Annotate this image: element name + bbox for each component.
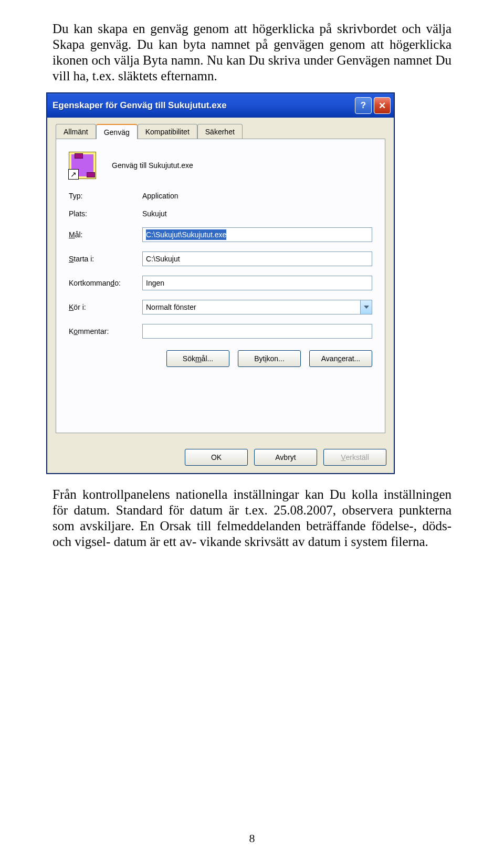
window-title: Egenskaper för Genväg till Sukujutut.exe (52, 100, 353, 111)
verkstall-button[interactable]: Verkställ (323, 449, 386, 466)
properties-dialog: Egenskaper för Genväg till Sukujutut.exe… (46, 92, 395, 474)
tab-sakerhet[interactable]: Säkerhet (197, 124, 243, 139)
label-kommentar: Kommentar: (69, 327, 142, 335)
value-typ: Application (142, 192, 372, 200)
tab-genvag[interactable]: Genväg (96, 124, 138, 139)
tab-kompatibilitet[interactable]: Kompatibilitet (138, 124, 197, 139)
ok-button[interactable]: OK (185, 449, 248, 466)
input-mal[interactable]: C:\Sukujut\Sukujutut.exe (142, 227, 372, 242)
app-icon: ↗ (69, 152, 96, 179)
label-mal: Mål: (69, 230, 142, 239)
label-typ: Typ: (69, 192, 142, 200)
tab-strip: Allmänt Genväg Kompatibilitet Säkerhet (56, 124, 385, 139)
help-button[interactable]: ? (355, 97, 372, 114)
value-plats: Sukujut (142, 209, 372, 218)
shortcut-arrow-icon: ↗ (68, 169, 79, 180)
form-grid: Typ: Application Plats: Sukujut Mål: C:\… (69, 192, 372, 339)
input-kommentar[interactable] (142, 324, 372, 339)
chevron-down-icon[interactable] (360, 300, 372, 314)
dialog-screenshot: Egenskaper för Genväg till Sukujutut.exe… (46, 92, 452, 474)
paragraph-intro: Du kan skapa en genväg genom att högerkl… (52, 21, 452, 84)
dialog-footer: OK Avbryt Verkställ (47, 442, 394, 473)
sok-mal-button[interactable]: Sök mål... (166, 350, 229, 367)
help-icon: ? (361, 100, 366, 111)
titlebar: Egenskaper för Genväg till Sukujutut.exe… (47, 93, 394, 118)
avancerat-button[interactable]: Avancerat... (309, 350, 372, 367)
page-number: 8 (0, 832, 504, 845)
paragraph-outro: Från kontrollpanelens nationella inställ… (52, 487, 452, 550)
label-kortkommando: Kortkommando: (69, 279, 142, 287)
input-starta[interactable]: C:\Sukujut (142, 251, 372, 266)
panel-buttons: Sök mål... Byt ikon... Avancerat... (69, 350, 372, 367)
label-starta: Starta i: (69, 255, 142, 263)
avbryt-button[interactable]: Avbryt (254, 449, 317, 466)
tab-allmant[interactable]: Allmänt (56, 124, 96, 139)
close-button[interactable]: ✕ (374, 97, 391, 114)
icon-row: ↗ Genväg till Sukujutut.exe (69, 152, 372, 179)
tab-panel-genvag: ↗ Genväg till Sukujutut.exe Typ: Applica… (56, 139, 385, 433)
label-kor: Kör i: (69, 303, 142, 311)
close-icon: ✕ (379, 100, 386, 111)
shortcut-name-label: Genväg till Sukujutut.exe (112, 161, 193, 170)
label-plats: Plats: (69, 209, 142, 218)
byt-ikon-button[interactable]: Byt ikon... (238, 350, 301, 367)
combo-kor[interactable]: Normalt fönster (142, 300, 372, 314)
dialog-body: Allmänt Genväg Kompatibilitet Säkerhet ↗… (47, 118, 394, 442)
input-kortkommando[interactable]: Ingen (142, 276, 372, 290)
